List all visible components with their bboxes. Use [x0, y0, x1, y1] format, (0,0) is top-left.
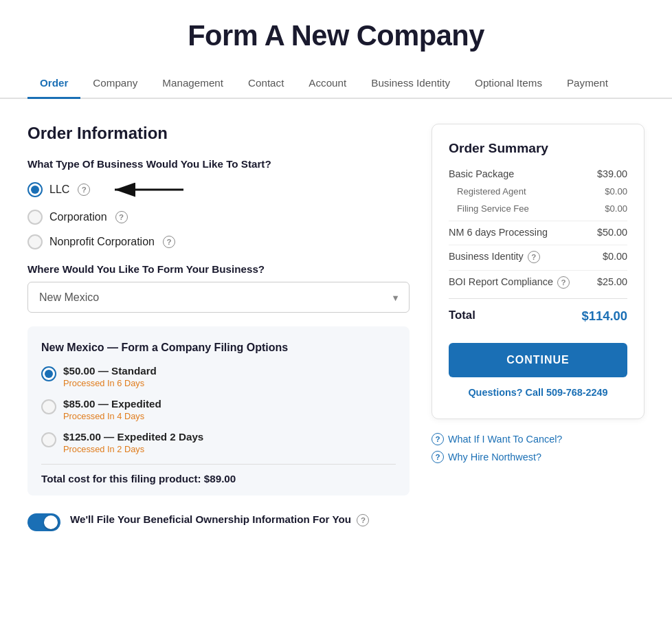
footer-links: ? What If I Want To Cancel? ? Why Hire N…: [432, 433, 645, 463]
boi-toggle[interactable]: [27, 513, 60, 531]
help-icon-llc[interactable]: ?: [78, 183, 90, 196]
option-days-expedited2: Processed In 2 Days: [63, 444, 203, 454]
toggle-row-text: We'll File Your Beneficial Ownership Inf…: [70, 512, 369, 526]
summary-total-amount: $114.00: [582, 309, 627, 324]
help-icon-boi[interactable]: ?: [357, 514, 369, 526]
filing-options-box: New Mexico — Form a Company Filing Optio…: [27, 326, 410, 495]
summary-amount-business-identity: $0.00: [603, 251, 627, 263]
summary-label-nm-processing: NM 6 days Processing: [449, 227, 548, 238]
tab-payment[interactable]: Payment: [555, 69, 620, 99]
right-panel: Order Summary Basic Package $39.00 Regis…: [432, 124, 645, 531]
phone-link[interactable]: Questions? Call 509-768-2249: [449, 387, 627, 398]
summary-amount-basic: $39.00: [597, 168, 627, 179]
option-days-expedited: Processed In 4 Days: [63, 411, 161, 421]
summary-divider-3: [449, 270, 627, 271]
option-price-expedited: $85.00 — Expedited: [63, 398, 161, 410]
summary-divider-1: [449, 221, 627, 221]
filing-option-expedited[interactable]: $85.00 — Expedited Processed In 4 Days: [41, 398, 396, 421]
summary-row-business-identity: Business Identity ? $0.00: [449, 251, 627, 263]
summary-row-nm-processing: NM 6 days Processing $50.00: [449, 227, 627, 238]
boi-toggle-row: We'll File Your Beneficial Ownership Inf…: [27, 512, 410, 531]
summary-row-filing-fee: Filing Service Fee $0.00: [449, 203, 627, 214]
summary-amount-filing-fee: $0.00: [605, 203, 627, 214]
radio-circle-corporation: [27, 210, 43, 225]
help-icon-nonprofit[interactable]: ?: [163, 236, 175, 248]
tab-order[interactable]: Order: [27, 69, 80, 99]
state-select-wrapper: New Mexico Alabama Alaska Arizona Califo…: [27, 282, 410, 313]
filing-option-text-expedited: $85.00 — Expedited Processed In 4 Days: [63, 398, 161, 421]
radio-circle-standard: [41, 366, 56, 381]
summary-divider-2: [449, 245, 627, 245]
radio-llc[interactable]: LLC ?: [27, 179, 410, 200]
summary-label-filing-fee: Filing Service Fee: [457, 203, 529, 214]
arrow-llc: [108, 179, 183, 200]
summary-amount-nm-processing: $50.00: [597, 227, 627, 238]
left-panel: Order Information What Type Of Business …: [27, 124, 410, 531]
summary-label-basic: Basic Package: [449, 168, 514, 179]
radio-nonprofit[interactable]: Nonprofit Corporation ?: [27, 234, 410, 249]
help-icon-cancel: ?: [432, 433, 444, 445]
summary-title: Order Summary: [449, 141, 627, 156]
summary-amount-boi: $25.00: [597, 276, 627, 289]
tab-optional-items[interactable]: Optional Items: [462, 69, 555, 99]
tab-management[interactable]: Management: [150, 69, 236, 99]
footer-link-why-northwest[interactable]: ? Why Hire Northwest?: [432, 451, 645, 463]
tab-business-identity[interactable]: Business Identity: [359, 69, 462, 99]
radio-circle-llc: [27, 182, 43, 197]
footer-link-cancel[interactable]: ? What If I Want To Cancel?: [432, 433, 645, 445]
filing-option-expedited2[interactable]: $125.00 — Expedited 2 Days Processed In …: [41, 431, 396, 454]
summary-label-business-identity: Business Identity ?: [449, 251, 540, 263]
tab-company[interactable]: Company: [80, 69, 150, 99]
summary-row-boi: BOI Report Compliance ? $25.00: [449, 276, 627, 289]
radio-circle-expedited2: [41, 432, 56, 447]
summary-card: Order Summary Basic Package $39.00 Regis…: [432, 124, 645, 419]
footer-link-cancel-label: What If I Want To Cancel?: [448, 434, 562, 445]
nav-tabs: Order Company Management Contact Account…: [0, 69, 672, 99]
help-icon-why-northwest: ?: [432, 451, 444, 463]
summary-row-registered-agent: Registered Agent $0.00: [449, 186, 627, 197]
footer-link-why-northwest-label: Why Hire Northwest?: [448, 452, 541, 463]
option-price-expedited2: $125.00 — Expedited 2 Days: [63, 431, 203, 443]
business-type-radio-group: LLC ? Corporation ?: [27, 179, 410, 249]
help-icon-business-identity[interactable]: ?: [528, 251, 540, 263]
page-title: Form A New Company: [0, 0, 672, 69]
filing-option-standard[interactable]: $50.00 — Standard Processed In 6 Days: [41, 365, 396, 388]
state-question: Where Would You Like To Form Your Busine…: [27, 263, 410, 275]
summary-row-basic: Basic Package $39.00: [449, 168, 627, 179]
filing-option-text-expedited2: $125.00 — Expedited 2 Days Processed In …: [63, 431, 203, 454]
radio-circle-nonprofit: [27, 234, 43, 249]
business-type-question: What Type Of Business Would You Like To …: [27, 158, 410, 170]
tab-contact[interactable]: Contact: [236, 69, 296, 99]
order-information-heading: Order Information: [27, 124, 410, 143]
option-days-standard: Processed In 6 Days: [63, 378, 157, 388]
radio-label-corporation: Corporation: [49, 211, 107, 223]
summary-label-registered-agent: Registered Agent: [457, 186, 526, 197]
continue-button[interactable]: CONTINUE: [449, 343, 627, 377]
summary-row-total: Total $114.00: [449, 298, 627, 324]
filing-option-text-standard: $50.00 — Standard Processed In 6 Days: [63, 365, 157, 388]
state-select[interactable]: New Mexico Alabama Alaska Arizona Califo…: [27, 282, 410, 313]
filing-total: Total cost for this filing product: $89.…: [41, 464, 396, 484]
boi-toggle-label: We'll File Your Beneficial Ownership Inf…: [70, 513, 351, 525]
toggle-knob: [44, 515, 58, 529]
radio-circle-expedited: [41, 399, 56, 414]
tab-account[interactable]: Account: [296, 69, 359, 99]
help-icon-corporation[interactable]: ?: [115, 211, 128, 223]
radio-corporation[interactable]: Corporation ?: [27, 210, 410, 225]
help-icon-boi-summary[interactable]: ?: [557, 276, 570, 289]
main-content: Order Information What Type Of Business …: [0, 99, 672, 556]
filing-box-title: New Mexico — Form a Company Filing Optio…: [41, 342, 396, 354]
option-price-standard: $50.00 — Standard: [63, 365, 157, 377]
radio-label-nonprofit: Nonprofit Corporation: [49, 236, 155, 248]
summary-amount-registered-agent: $0.00: [605, 186, 627, 197]
radio-label-llc: LLC: [49, 183, 69, 196]
summary-total-label: Total: [449, 309, 475, 324]
summary-label-boi: BOI Report Compliance ?: [449, 276, 570, 289]
